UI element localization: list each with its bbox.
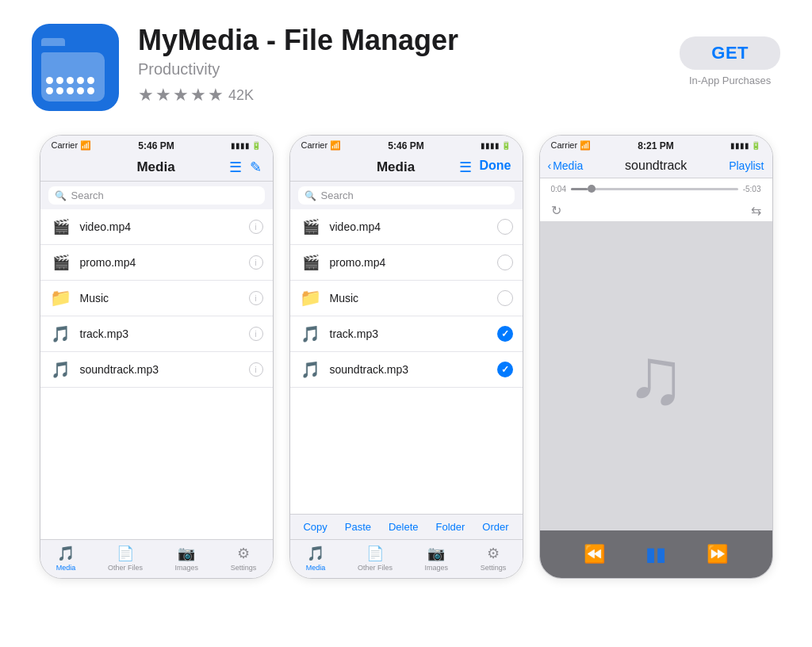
player-nav: ‹ Media soundtrack Playlist [540,154,772,178]
phone-screen-2: Carrier 📶 5:46 PM ▮▮▮▮ 🔋 Media ☰ Done 🔍 … [289,135,523,579]
selectable-item-3[interactable]: 📁 Music [290,281,523,316]
file-name-1: video.mp4 [80,220,241,233]
info-btn-5[interactable]: i [249,362,263,377]
copy-button[interactable]: Copy [303,521,327,533]
tab-media-1[interactable]: 🎵 Media [56,545,76,572]
album-art: ♫ [540,221,772,530]
playback-controls: ⏪ ▮▮ ⏩ [540,530,772,578]
progress-fill [571,188,588,190]
file-icon-s4: 🎵 [300,323,322,345]
tab-files-icon-2: 📄 [366,545,384,562]
tab-images-icon-2: 📷 [427,545,445,562]
select-checked-1[interactable]: ✓ [497,326,513,342]
video-icon-s1: 🎬 [302,218,320,235]
info-btn-1[interactable]: i [249,220,263,234]
tab-settings-label-2: Settings [481,564,507,572]
repeat-icon[interactable]: ↻ [551,203,561,218]
player-title: soundtrack [625,159,687,173]
search-bar-1[interactable]: 🔍 Search [48,186,265,205]
tab-files-1[interactable]: 📄 Other Files [108,545,143,572]
selectable-item-4[interactable]: 🎵 track.mp3 ✓ [290,316,523,352]
file-icon-music1: 🎵 [50,323,72,345]
rating-count: 42K [228,87,254,104]
selectable-item-2[interactable]: 🎬 promo.mp4 [290,245,523,281]
search-container-1: 🔍 Search [40,182,273,209]
phone-screen-1: Carrier 📶 5:46 PM ▮▮▮▮ 🔋 Media ☰ ✎ 🔍 Sea… [40,135,274,579]
progress-track[interactable] [571,188,738,190]
prev-button[interactable]: ⏪ [584,544,605,565]
file-icon-s3: 📁 [300,287,322,309]
back-label: Media [553,159,583,172]
file-name-s1: video.mp4 [330,220,489,233]
next-button[interactable]: ⏩ [707,544,728,565]
page-wrapper: MyMedia - File Manager Productivity ★ ★ … [0,0,812,647]
back-chevron: ‹ [548,159,552,172]
folder-icon-1: 📁 [50,288,71,308]
info-btn-2[interactable]: i [249,255,263,270]
tab-bar-1: 🎵 Media 📄 Other Files 📷 Images ⚙ Setting… [40,539,273,578]
select-checked-2[interactable]: ✓ [497,362,513,377]
folder-button[interactable]: Folder [435,521,465,533]
file-name-s3: Music [330,292,489,304]
nav-title-1: Media [136,159,174,175]
search-icon-1: 🔍 [55,190,67,201]
file-item-4[interactable]: 🎵 track.mp3 i [40,316,273,352]
progress-thumb [588,185,596,193]
list-icon-1[interactable]: ☰ [229,159,242,176]
file-item-3[interactable]: 📁 Music i [40,281,273,316]
status-bar-2: Carrier 📶 5:46 PM ▮▮▮▮ 🔋 [290,136,523,154]
tab-media-2[interactable]: 🎵 Media [306,545,326,572]
playlist-button[interactable]: Playlist [729,159,764,172]
file-item-1[interactable]: 🎬 video.mp4 i [40,209,273,245]
shuffle-icon[interactable]: ⇆ [751,203,761,218]
tab-settings-2[interactable]: ⚙ Settings [481,545,507,572]
paste-button[interactable]: Paste [345,521,371,533]
search-icon-2: 🔍 [304,190,316,201]
stars: ★ ★ ★ ★ ★ [138,85,224,105]
nav-bar-2: Media ☰ Done [290,154,523,182]
nav-title-2: Media [377,159,415,175]
list-icon-2[interactable]: ☰ [459,159,472,176]
file-icon-s2: 🎬 [300,251,322,274]
select-circle-1[interactable] [497,219,513,235]
music-icon-1: 🎵 [51,324,71,343]
tab-settings-icon-2: ⚙ [487,545,500,562]
search-bar-2[interactable]: 🔍 Search [298,186,515,205]
action-bar: Copy Paste Delete Folder Order [290,514,523,539]
get-button[interactable]: GET [680,36,780,70]
player-back-button[interactable]: ‹ Media [548,159,584,172]
selectable-item-5[interactable]: 🎵 soundtrack.mp3 ✓ [290,352,523,388]
order-button[interactable]: Order [482,521,508,533]
tab-images-label-1: Images [175,564,199,572]
select-circle-3[interactable] [497,290,513,306]
info-btn-4[interactable]: i [249,327,263,341]
tab-images-1[interactable]: 📷 Images [175,545,199,572]
time-1: 5:46 PM [138,140,174,151]
info-btn-3[interactable]: i [249,291,263,305]
tab-media-icon-2: 🎵 [307,545,324,562]
selectable-item-1[interactable]: 🎬 video.mp4 [290,209,523,245]
folder-icon-s1: 📁 [300,288,321,308]
pause-button[interactable]: ▮▮ [645,543,666,565]
tab-media-label-2: Media [306,564,326,572]
file-item-5[interactable]: 🎵 soundtrack.mp3 i [40,352,273,388]
star-4: ★ [190,85,206,105]
progress-bar-row: 0:04 -5:03 [551,185,761,193]
stars-row: ★ ★ ★ ★ ★ 42K [138,85,680,105]
get-section: GET In-App Purchases [680,36,780,86]
tab-images-label-2: Images [425,564,449,572]
file-icon-s5: 🎵 [300,358,322,381]
file-name-5: soundtrack.mp3 [80,363,241,376]
file-icon-music2: 🎵 [50,358,72,381]
edit-icon-1[interactable]: ✎ [250,159,262,176]
nav-actions-2: ☰ Done [459,159,511,176]
search-container-2: 🔍 Search [290,182,523,209]
done-button[interactable]: Done [480,159,511,176]
tab-files-2[interactable]: 📄 Other Files [358,545,393,572]
tab-settings-1[interactable]: ⚙ Settings [231,545,257,572]
delete-button[interactable]: Delete [389,521,419,533]
tab-images-2[interactable]: 📷 Images [425,545,449,572]
select-circle-2[interactable] [497,255,513,270]
file-item-2[interactable]: 🎬 promo.mp4 i [40,245,273,281]
tab-settings-label-1: Settings [231,564,257,572]
